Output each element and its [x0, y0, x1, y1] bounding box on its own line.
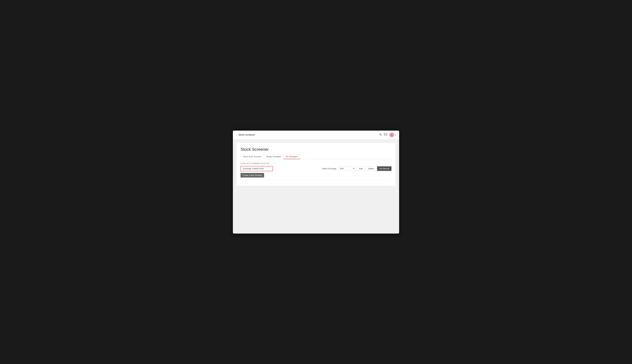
top-nav-left: ‹ Stock screener	[236, 134, 255, 136]
chevron-down-icon: ▾	[395, 134, 396, 136]
browser-window: ‹ Stock screener A ▾	[233, 130, 399, 234]
svg-line-1	[381, 135, 382, 136]
back-button[interactable]: ‹	[236, 134, 237, 136]
tabs-container: Quick Stock Screener Ready Strategies My…	[240, 154, 392, 159]
nav-title: Stock screener	[238, 134, 255, 136]
avatar-dropdown[interactable]: A ▾	[390, 132, 396, 137]
search-icon[interactable]	[379, 133, 382, 137]
get-results-button[interactable]: Get Results	[377, 166, 392, 171]
strategy-row: Exchange Traded Funds Select Exchange SG…	[240, 166, 392, 171]
tab-my-strategies[interactable]: My Strategies	[283, 154, 300, 159]
tab-quick-stock-screener[interactable]: Quick Stock Screener	[240, 154, 264, 159]
top-nav-right: A ▾	[379, 132, 396, 137]
top-nav: ‹ Stock screener A ▾	[233, 130, 399, 140]
delete-button[interactable]: Delete	[366, 166, 376, 171]
create-new-strategy-button[interactable]: Create a New Strategy	[240, 173, 264, 178]
mail-icon[interactable]	[384, 134, 387, 136]
content-card: Stock Screener Quick Stock Screener Read…	[236, 143, 396, 186]
strategy-subtitle: Create up to 5 strategies of your own	[240, 162, 392, 164]
edit-button[interactable]: Edit	[357, 166, 365, 171]
strategy-name: Exchange Traded Funds	[240, 166, 273, 171]
avatar: A	[390, 132, 394, 137]
page-title: Stock Screener	[240, 147, 392, 152]
main-content: Stock Screener Quick Stock Screener Read…	[233, 140, 399, 234]
divider	[240, 180, 392, 180]
tab-ready-strategies[interactable]: Ready Strategies	[264, 154, 284, 159]
exchange-select[interactable]: SGX NYSE NASDAQ HKEX	[338, 166, 356, 171]
strategy-actions: Select Exchange SGX NYSE NASDAQ HKEX Edi…	[322, 166, 392, 171]
select-exchange-label: Select Exchange	[322, 168, 336, 170]
